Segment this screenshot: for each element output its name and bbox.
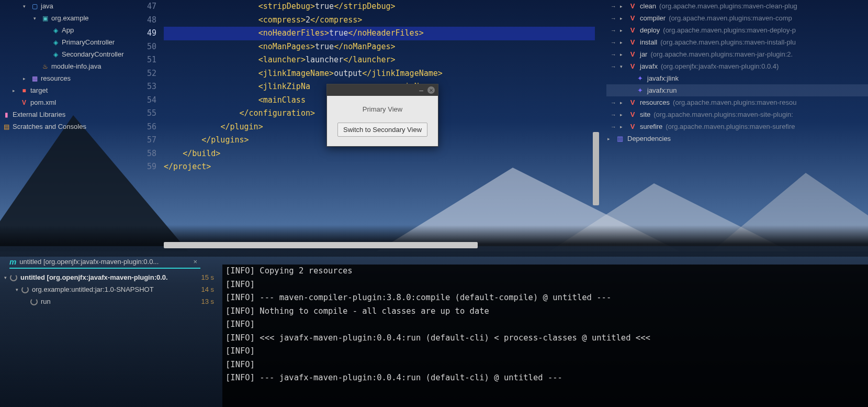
- chevron-down-icon: ▾: [16, 287, 18, 292]
- tree-label: java: [41, 2, 53, 10]
- tree-label: resources: [41, 74, 71, 82]
- maven-plugin-deploy[interactable]: →▸Vdeploy (org.apache.maven.plugins:mave…: [606, 24, 868, 36]
- run-arrow-icon[interactable]: →: [611, 39, 617, 46]
- run-arrow-icon[interactable]: →: [611, 51, 617, 58]
- puzzle-icon: ✦: [636, 74, 644, 82]
- run-tree-child[interactable]: ▾ org.example:untitled:jar:1.0-SNAPSHOT …: [0, 283, 217, 295]
- maven-plugin-surefire[interactable]: →▸Vsurefire (org.apache.maven.plugins:ma…: [606, 120, 868, 133]
- maven-plugin-clean[interactable]: →▸Vclean (org.apache.maven.plugins:maven…: [606, 0, 868, 12]
- chevron-right-icon: ▸: [620, 16, 625, 21]
- maven-icon: V: [628, 98, 637, 106]
- maven-icon: V: [628, 111, 637, 118]
- maven-plugin-site[interactable]: →▸Vsite (org.apache.maven.plugins:maven-…: [606, 108, 868, 120]
- class-icon: ◈: [51, 38, 60, 47]
- tree-external-libraries[interactable]: ▮ External Libraries: [0, 108, 134, 120]
- run-tree-root[interactable]: ▾ untitled [org.openjfx:javafx-maven-plu…: [0, 271, 217, 283]
- resources-icon: ▦: [30, 74, 39, 83]
- maven-icon: V: [628, 50, 637, 58]
- maven-goal[interactable]: ✦javafx:run: [606, 84, 868, 96]
- maven-plugin-name: deploy: [640, 26, 660, 34]
- maven-plugin-name: install: [640, 38, 657, 46]
- library-icon: ▮: [2, 111, 10, 119]
- maven-tool-window[interactable]: →▸Vclean (org.apache.maven.plugins:maven…: [606, 0, 868, 157]
- maven-plugin-desc: (org.apache.maven.plugins:maven-surefire: [666, 123, 795, 130]
- package-icon: ▣: [41, 14, 49, 23]
- app-window-primary-view[interactable]: – ✕ Primary View Switch to Secondary Vie…: [326, 84, 438, 147]
- maven-plugin-desc: (org.apache.maven.plugins:maven-install-…: [660, 38, 796, 46]
- vertical-scrollbar[interactable]: [593, 132, 599, 205]
- run-arrow-icon[interactable]: →: [611, 124, 617, 130]
- maven-plugin-desc: (org.apache.maven.plugins:maven-clean-pl…: [659, 2, 797, 10]
- tree-label: module-info.java: [51, 62, 101, 70]
- chevron-down-icon: ▾: [4, 275, 7, 280]
- class-icon: ◈: [51, 26, 60, 35]
- run-tab[interactable]: m untitled [org.openjfx:javafx-maven-plu…: [9, 255, 200, 269]
- tree-label: Scratches and Consoles: [13, 123, 86, 130]
- run-tree-time: 14 s: [201, 285, 214, 293]
- maven-plugin-desc: (org.apache.maven.plugins:maven-jar-plug…: [650, 50, 793, 58]
- minimize-icon[interactable]: –: [419, 86, 423, 94]
- maven-plugin-desc: (org.apache.maven.plugins:maven-comp: [669, 14, 792, 22]
- tree-file-pom[interactable]: V pom.xml: [0, 96, 134, 108]
- maven-plugin-name: clean: [640, 2, 656, 10]
- tree-class[interactable]: ◈ App: [0, 24, 134, 36]
- scratches-icon: ▤: [2, 123, 10, 131]
- tree-folder-resources[interactable]: ▸ ▦ resources: [0, 72, 134, 84]
- run-arrow-icon[interactable]: →: [611, 63, 617, 70]
- maven-icon: V: [628, 14, 637, 22]
- run-arrow-icon[interactable]: →: [611, 27, 617, 34]
- maven-plugin-resources[interactable]: →▸Vresources (org.apache.maven.plugins:m…: [606, 96, 868, 108]
- tree-scratches[interactable]: ▤ Scratches and Consoles: [0, 120, 134, 133]
- maven-plugin-name: jar: [640, 50, 647, 58]
- maven-goal-label: javafx:jlink: [647, 74, 679, 82]
- run-arrow-icon[interactable]: →: [611, 3, 617, 9]
- maven-goal-label: javafx:run: [647, 86, 677, 94]
- tree-class[interactable]: ◈ SecondaryController: [0, 48, 134, 60]
- run-tree-leaf[interactable]: run 13 s: [0, 295, 217, 307]
- tree-folder-target[interactable]: ▸ ■ target: [0, 84, 134, 96]
- tree-file-module-info[interactable]: ♨ module-info.java: [0, 60, 134, 72]
- maven-plugin-jar[interactable]: →▸Vjar (org.apache.maven.plugins:maven-j…: [606, 48, 868, 60]
- chevron-right-icon: ▸: [607, 136, 613, 141]
- maven-icon: V: [628, 26, 637, 34]
- run-arrow-icon[interactable]: →: [611, 15, 617, 21]
- tree-label: PrimaryController: [62, 38, 115, 46]
- tree-folder-java[interactable]: ▾ ▢ java: [0, 0, 134, 12]
- maven-plugin-name: surefire: [640, 123, 662, 130]
- close-icon[interactable]: ×: [193, 258, 197, 266]
- maven-plugin-name: javafx: [640, 62, 658, 70]
- spinner-icon: [21, 286, 29, 293]
- maven-plugin-compiler[interactable]: →▸Vcompiler (org.apache.maven.plugins:ma…: [606, 12, 868, 24]
- chevron-right-icon: ▸: [620, 40, 625, 45]
- maven-dep-label: Dependencies: [627, 135, 671, 142]
- maven-icon: V: [628, 62, 637, 70]
- maven-icon: V: [628, 123, 637, 130]
- run-execution-tree[interactable]: ▾ untitled [org.openjfx:javafx-maven-plu…: [0, 271, 217, 407]
- maven-dependencies[interactable]: ▸▥Dependencies: [606, 133, 868, 145]
- switch-secondary-button[interactable]: Switch to Secondary View: [337, 123, 427, 137]
- tree-class[interactable]: ◈ PrimaryController: [0, 36, 134, 48]
- folder-icon: ▢: [30, 2, 39, 10]
- window-titlebar[interactable]: – ✕: [327, 84, 438, 96]
- maven-goal[interactable]: ✦javafx:jlink: [606, 72, 868, 84]
- run-tab-label: untitled [org.openjfx:javafx-maven-plugi…: [19, 258, 159, 266]
- maven-plugin-desc: (org.apache.maven.plugins:maven-resou: [673, 98, 796, 106]
- run-arrow-icon[interactable]: →: [611, 112, 617, 118]
- maven-icon: V: [628, 38, 637, 46]
- maven-plugin-install[interactable]: →▸Vinstall (org.apache.maven.plugins:mav…: [606, 36, 868, 48]
- maven-logo-icon: m: [9, 257, 16, 266]
- close-icon[interactable]: ✕: [427, 86, 435, 94]
- project-tree[interactable]: ▾ ▢ java ▾ ▣ org.example ◈ App ◈ Primary…: [0, 0, 134, 250]
- tree-package[interactable]: ▾ ▣ org.example: [0, 12, 134, 24]
- horizontal-scrollbar[interactable]: [164, 242, 478, 248]
- run-arrow-icon[interactable]: →: [611, 100, 617, 106]
- run-tree-label: run: [41, 298, 51, 305]
- run-tree-label: org.example:untitled:jar:1.0-SNAPSHOT: [32, 285, 154, 293]
- chevron-right-icon: ▸: [620, 112, 625, 117]
- build-console[interactable]: [INFO] Copying 2 resources [INFO] [INFO]…: [222, 265, 868, 407]
- maven-plugin-javafx[interactable]: →▾Vjavafx (org.openjfx:javafx-maven-plug…: [606, 60, 868, 72]
- run-tree-time: 13 s: [201, 298, 214, 305]
- chevron-down-icon: ▾: [23, 4, 28, 9]
- chevron-right-icon: ▸: [620, 124, 625, 129]
- maven-icon: V: [20, 98, 28, 107]
